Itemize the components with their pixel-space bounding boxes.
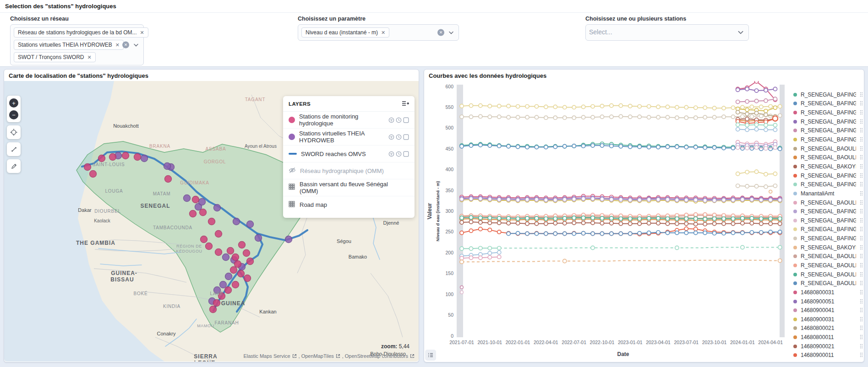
pink-station-marker[interactable] xyxy=(210,306,217,313)
drag-handle-icon[interactable] xyxy=(860,126,863,135)
chevron-down-icon[interactable] xyxy=(448,29,454,36)
pink-station-marker[interactable] xyxy=(215,231,222,237)
pink-station-marker[interactable] xyxy=(225,287,232,294)
drag-handle-icon[interactable] xyxy=(860,216,863,225)
pink-station-marker[interactable] xyxy=(109,154,116,161)
pink-station-marker[interactable] xyxy=(190,210,197,217)
layer-row-4[interactable]: Réseau hydrographique (OMM) xyxy=(283,162,415,179)
pink-station-marker[interactable] xyxy=(165,176,172,183)
layer-row-6[interactable]: Road map xyxy=(283,196,415,213)
drag-handle-icon[interactable] xyxy=(860,135,863,144)
pink-station-marker[interactable] xyxy=(98,155,105,162)
legend-item[interactable]: 14680900051 xyxy=(793,297,863,306)
chevron-down-icon[interactable] xyxy=(737,29,744,36)
legend-item[interactable]: 14680900011 xyxy=(793,351,863,360)
drag-handle-icon[interactable] xyxy=(860,207,863,216)
legend-item[interactable]: R_SENEGAL_BAFING_... xyxy=(793,126,863,135)
legend-item[interactable]: R_SENEGAL_BAKOYE_... xyxy=(793,162,863,171)
legend-toggle-button[interactable] xyxy=(425,350,436,361)
drag-handle-icon[interactable] xyxy=(860,145,863,153)
purple-station-marker[interactable] xyxy=(223,254,229,261)
drag-handle-icon[interactable] xyxy=(860,360,863,361)
legend-item[interactable]: 14680900021 xyxy=(793,342,863,351)
pink-station-marker[interactable] xyxy=(215,249,222,256)
legend-item[interactable]: 14680700171 xyxy=(793,360,863,361)
clock-icon[interactable] xyxy=(396,151,402,157)
pink-station-marker[interactable] xyxy=(206,243,213,250)
drag-handle-icon[interactable] xyxy=(860,189,863,198)
remove-tag-icon[interactable]: ✕ xyxy=(381,30,385,36)
legend-item[interactable]: R_SENEGAL_BAFING_... xyxy=(793,234,863,243)
attribution-link[interactable]: OpenMapTiles xyxy=(301,353,334,359)
checkbox-icon[interactable] xyxy=(403,151,409,157)
remove-tag-icon[interactable]: ✕ xyxy=(115,42,120,48)
pink-station-marker[interactable] xyxy=(243,250,250,257)
legend-item[interactable]: R_SENEGAL_BAFING_... xyxy=(793,225,863,234)
pink-station-marker[interactable] xyxy=(122,152,129,159)
pink-station-marker[interactable] xyxy=(230,267,237,274)
drag-handle-icon[interactable] xyxy=(860,279,863,287)
stations-select[interactable]: Select... xyxy=(585,24,749,41)
drag-handle-icon[interactable] xyxy=(860,288,863,297)
purple-station-marker[interactable] xyxy=(220,281,227,288)
pink-station-marker[interactable] xyxy=(238,270,245,277)
legend-item[interactable]: R_SENEGAL_BAFING_... xyxy=(793,171,863,180)
purple-station-marker[interactable] xyxy=(285,236,292,243)
legend-item[interactable]: 14680800021 xyxy=(793,324,863,333)
legend-item[interactable]: 14680800031 xyxy=(793,288,863,297)
drag-handle-icon[interactable] xyxy=(860,234,863,243)
legend-item[interactable]: R_SENEGAL_BAFING_... xyxy=(793,216,863,225)
legend-item[interactable]: R_SENEGAL_BAOULE_... xyxy=(793,153,863,162)
pink-station-marker[interactable] xyxy=(235,261,241,268)
filter-icon[interactable] xyxy=(388,117,394,123)
drag-handle-icon[interactable] xyxy=(860,252,863,260)
drag-handle-icon[interactable] xyxy=(860,306,863,314)
map-fit-bounds-button[interactable] xyxy=(7,142,21,156)
purple-station-marker[interactable] xyxy=(141,155,148,162)
drag-handle-icon[interactable] xyxy=(860,270,863,279)
clock-icon[interactable] xyxy=(396,134,402,140)
remove-tag-icon[interactable]: ✕ xyxy=(87,54,91,60)
checkbox-icon[interactable] xyxy=(403,117,409,123)
layer-row-2[interactable]: Stations virtuelles THEIA HYDROWEB xyxy=(283,129,415,146)
legend-item[interactable]: R_SENEGAL_BAFING_... xyxy=(793,99,863,108)
selected-option-tag[interactable]: SWOT / Tronçons SWORD✕ xyxy=(14,52,96,62)
chart-canvas[interactable]: 0501001502002503003504004505005506002021… xyxy=(424,81,793,362)
legend-item[interactable]: R_SENEGAL_BAFING_... xyxy=(793,207,863,216)
legend-item[interactable]: ManantaliAmt xyxy=(793,189,863,198)
pink-station-marker[interactable] xyxy=(201,236,207,243)
clock-icon[interactable] xyxy=(396,117,402,123)
map-zoom-out-button[interactable]: − xyxy=(9,110,18,119)
legend-item[interactable]: R_SENEGAL_BAOULE_... xyxy=(793,270,863,279)
clear-selection-icon[interactable]: ✕ xyxy=(437,29,444,36)
pink-station-marker[interactable] xyxy=(247,258,254,265)
attribution-link[interactable]: Elastic Maps Service xyxy=(243,353,290,359)
checkbox-icon[interactable] xyxy=(403,134,409,140)
map-tools-button[interactable] xyxy=(7,159,21,173)
pink-station-marker[interactable] xyxy=(244,275,251,282)
drag-handle-icon[interactable] xyxy=(860,118,863,126)
legend-item[interactable]: R_SENEGAL_BAFING_... xyxy=(793,180,863,189)
pink-station-marker[interactable] xyxy=(192,196,199,203)
drag-handle-icon[interactable] xyxy=(860,108,863,117)
pink-station-marker[interactable] xyxy=(84,164,91,171)
legend-item[interactable]: R_SENEGAL_BAFING_... xyxy=(793,108,863,117)
legend-item[interactable]: R_SENEGAL_BAOULE_... xyxy=(793,252,863,261)
filter-icon[interactable] xyxy=(388,134,394,140)
drag-handle-icon[interactable] xyxy=(860,99,863,108)
legend-item[interactable]: R_SENEGAL_BAFING_... xyxy=(793,135,863,144)
purple-station-marker[interactable] xyxy=(214,205,221,211)
drag-handle-icon[interactable] xyxy=(860,315,863,324)
attribution-link[interactable]: OpenStreetMap contributors xyxy=(345,353,408,359)
remove-tag-icon[interactable]: ✕ xyxy=(140,30,144,36)
drag-handle-icon[interactable] xyxy=(860,225,863,233)
legend-item[interactable]: R_SENEGAL_BAOULE_... xyxy=(793,261,863,270)
legend-item[interactable]: R_SENEGAL_BAOULE_... xyxy=(793,279,863,288)
legend-item[interactable]: 14680900031 xyxy=(793,315,863,324)
map-locate-button[interactable] xyxy=(7,125,21,139)
pink-station-marker[interactable] xyxy=(208,218,215,225)
legend-item[interactable]: R_SENEGAL_BAOULE_... xyxy=(793,144,863,153)
drag-handle-icon[interactable] xyxy=(860,180,863,189)
drag-handle-icon[interactable] xyxy=(860,297,863,306)
legend-item[interactable]: R_SENEGAL_BAKOYE_... xyxy=(793,243,863,252)
